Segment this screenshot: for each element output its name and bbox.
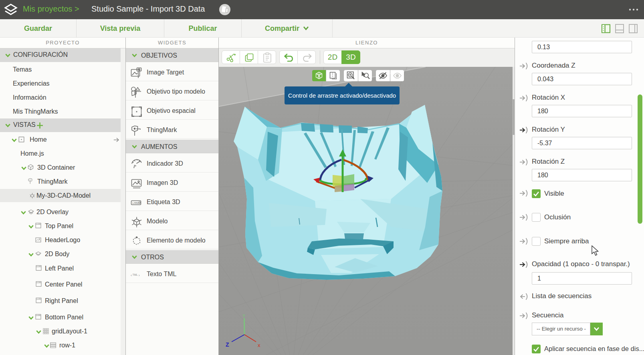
svg-text:Y: Y	[242, 313, 246, 318]
svg-text:TML: TML	[132, 273, 138, 276]
svg-text:‹: ‹	[131, 273, 132, 277]
svg-text:x: x	[258, 342, 260, 348]
svg-text:Z: Z	[226, 341, 229, 348]
svg-text:›: ›	[138, 273, 139, 277]
